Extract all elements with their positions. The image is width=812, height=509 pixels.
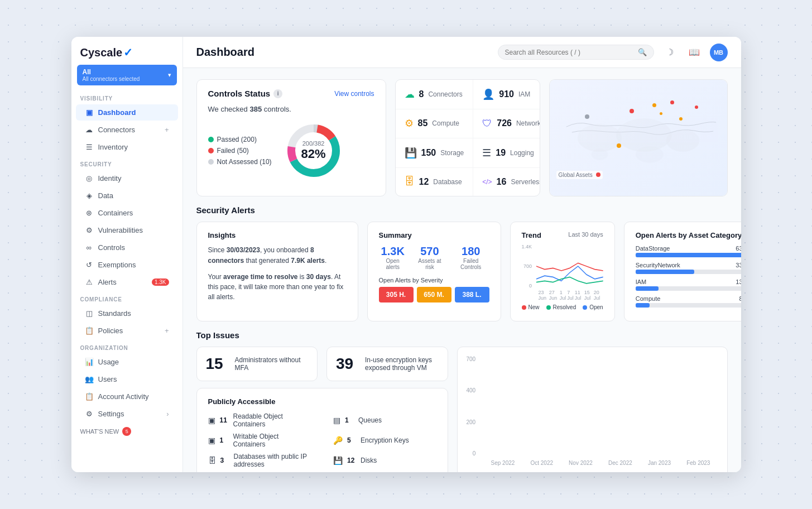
resource-database: 🗄 12 Database [396,168,474,196]
failed-controls-num: 180 Failed Controls [453,245,489,270]
whats-new[interactable]: WHAT'S NEW 5 [71,422,182,440]
pub-encryption: 🔑 5 Encryption Keys [333,433,436,448]
sidebar-item-label: Dashboard [98,108,136,117]
controls-title: Controls Status i [208,89,283,98]
failed-dot [208,148,214,153]
issue-2-desc: In-use encryption keys exposed through V… [365,356,439,372]
connectors-add-icon[interactable]: + [165,126,169,134]
sidebar-item-standards[interactable]: ◫ Standards [76,305,178,321]
logo-check: ✓ [123,46,133,59]
sidebar-item-policies[interactable]: 📋 Policies + [76,323,178,339]
resource-label: Network [516,119,540,127]
svg-point-7 [666,129,699,152]
bar-securitynetwork: SecurityNetwork 336 [636,262,741,274]
sidebar-item-label: Alerts [98,278,117,286]
info-icon[interactable]: i [273,89,282,98]
row-1: Controls Status i View controls We check… [196,79,728,196]
legend-not-assessed: Not Assessed (10) [208,158,272,166]
issue-1-desc: Administrators without MFA [235,356,309,372]
sidebar-item-label: Settings [98,410,124,418]
whats-new-badge: 5 [122,427,131,436]
avatar[interactable]: MB [710,44,728,61]
sidebar-item-alerts[interactable]: ⚠ Alerts 1.3K [76,274,178,290]
sidebar-item-label: Standards [98,309,131,318]
database-resource-icon: 🗄 [405,176,415,188]
search-input[interactable] [505,49,635,56]
issues-row: 15 Administrators without MFA 39 In-use … [196,347,448,381]
sidebar-item-label: Vulnerabilities [98,226,143,234]
chevron-down-icon: ▾ [168,71,171,79]
disks-icon: 💾 [333,456,343,465]
resource-count: 16 [497,177,507,187]
sidebar-item-users[interactable]: 👥 Users [76,371,178,387]
resource-count: 910 [499,89,514,99]
view-controls-link[interactable]: View controls [334,90,374,98]
pub-title: Publicly Accessible [208,397,436,406]
resource-compute: ⚙ 85 Compute [396,109,474,139]
controls-icon: ∞ [85,243,94,252]
policies-add-icon[interactable]: + [165,326,169,335]
sidebar-item-containers[interactable]: ⊛ Containers [76,205,178,221]
logo-area: Cyscale✓ [71,37,182,65]
bar-datastorage: DataStorage 633 [636,245,741,257]
book-icon[interactable]: 📖 [685,44,703,61]
resource-network: 🛡 726 Network [473,109,540,139]
resource-count: 150 [421,148,436,158]
sidebar-item-account[interactable]: 📋 Account Activity [76,388,178,405]
sidebar-item-data[interactable]: ◈ Data [76,188,178,204]
section-security: SECURITY [71,156,182,170]
issue-1: 15 Administrators without MFA [196,347,318,381]
controls-checked: We checked 385 controls. [208,105,374,113]
pub-queues: ▤ 1 Queues [333,412,436,428]
pub-databases: 🗄 3 Databases with public IP addresses [208,453,311,468]
page-title: Dashboard [196,46,254,59]
donut-pct: 82% [301,147,326,161]
standards-icon: ◫ [85,309,94,318]
sidebar-item-label: Containers [98,209,133,217]
whats-new-label: WHAT'S NEW [80,428,119,435]
sidebar-item-vulnerabilities[interactable]: ⚙ Vulnerabilities [76,222,178,238]
trend-legend: New Resolved Open [522,304,603,310]
sidebar: Cyscale✓ All All connectors selected ▾ V… [71,37,183,472]
trend-title: Trend [522,231,541,239]
summary-title: Summary [379,231,489,239]
x-axis: Sep 2022 Oct 2022 Nov 2022 Dec 2022 Jan … [467,460,718,466]
issue-2: 39 In-use encryption keys exposed throug… [326,347,448,381]
donut-center: 200/382 82% [301,140,326,161]
open-dot [583,305,587,310]
queues-icon: ▤ [333,416,340,425]
resource-label: Database [433,178,462,186]
not-assessed-dot [208,159,214,165]
bottom-section: Top Issues 15 Administrators without MFA… [196,330,728,472]
y-axis: 7004002000 [467,356,478,457]
resource-count: 19 [496,148,506,158]
settings-arrow-icon: › [166,410,169,418]
bar-chart-card: 7004002000 [457,347,728,472]
severity-low: 388 L. [455,287,489,302]
bar-chart-area: 7004002000 [467,356,718,457]
sidebar-item-controls[interactable]: ∞ Controls [76,239,178,256]
sidebar-item-label: Connectors [98,126,135,134]
inventory-icon: ☰ [85,143,94,151]
connector-selector[interactable]: All All connectors selected ▾ [77,65,177,85]
bottom-row: 15 Administrators without MFA 39 In-use … [196,347,728,472]
sidebar-item-usage[interactable]: 📊 Usage [76,354,178,370]
pub-writable: ▣ 1 Writable Object Containers [208,433,311,448]
sidebar-item-identity[interactable]: ◎ Identity [76,170,178,186]
sidebar-item-connectors[interactable]: ☁ Connectors + [76,122,178,138]
search-bar[interactable]: 🔍 [498,45,654,60]
open-legend: Open [583,304,603,310]
section-visibility: VISIBILITY [71,90,182,104]
sidebar-item-inventory[interactable]: ☰ Inventory [76,139,178,155]
sidebar-item-exemptions[interactable]: ↺ Exemptions [76,257,178,273]
insights-title: Insights [208,231,347,239]
sidebar-item-settings[interactable]: ⚙ Settings › [76,406,178,422]
sidebar-item-dashboard[interactable]: ▣ Dashboard [76,104,178,121]
pub-grid: ▣ 11 Readable Object Containers ▤ 1 Queu… [208,412,436,468]
exemptions-icon: ↺ [85,261,94,269]
alerts-badge: 1.3K [152,278,169,286]
pub-readable: ▣ 11 Readable Object Containers [208,412,311,428]
sidebar-item-label: Identity [98,174,122,183]
moon-icon[interactable]: ☽ [661,44,679,61]
topbar-right: 🔍 ☽ 📖 MB [498,44,728,61]
